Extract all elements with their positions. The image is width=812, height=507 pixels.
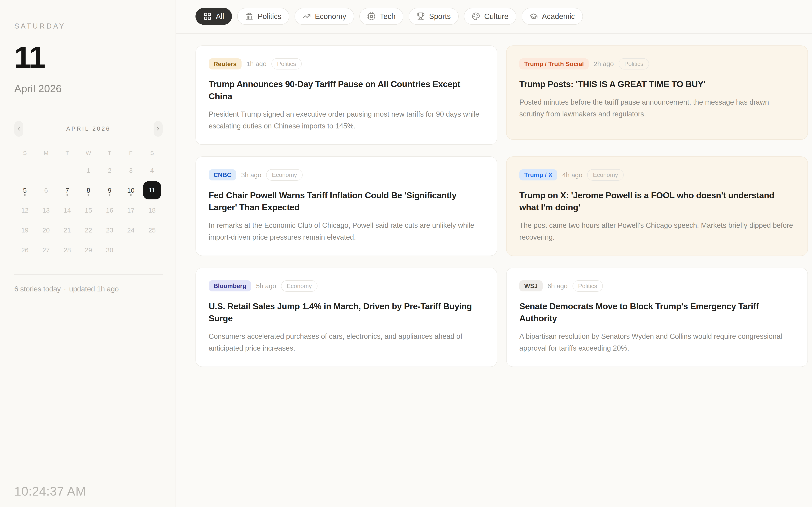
main-content: AllPoliticsEconomyTechSportsCultureAcade… [176,0,812,507]
calendar-day[interactable]: 27 [36,240,57,260]
updated-label: updated 1h ago [69,285,119,293]
category-pill: Economy [587,169,623,180]
calendar-day[interactable]: 5 [14,180,36,200]
news-card[interactable]: Trump / X4h agoEconomyTrump on X: 'Jerom… [506,156,808,256]
card-body: A bipartisan resolution by Senators Wyde… [519,331,795,354]
calendar-day[interactable]: 12 [14,200,36,220]
calendar-day[interactable]: 29 [78,240,99,260]
calendar-day-number: 9 [108,187,111,193]
filter-pill-politics[interactable]: Politics [237,8,289,25]
card-meta-row: Trump / Truth Social2h agoPolitics [519,58,795,69]
calendar-day[interactable]: 19 [14,220,36,240]
month-year-label: April 2026 [14,82,163,95]
filter-pill-label: Tech [380,12,396,21]
source-badge: Reuters [209,58,242,69]
calendar-day-number: 8 [87,187,90,193]
calendar-day-number: 30 [106,247,113,253]
calendar-day[interactable]: 7 [57,180,78,200]
calendar-empty-cell [14,160,36,180]
calendar-day[interactable]: 10 [120,180,142,200]
calendar-day-number: 14 [63,207,71,214]
source-badge: Trump / Truth Social [519,58,589,69]
category-pill: Politics [271,58,302,69]
calendar-day[interactable]: 18 [141,200,163,220]
event-dot [109,194,110,196]
news-card[interactable]: WSJ6h agoPoliticsSenate Democrats Move t… [506,268,808,367]
calendar-day[interactable]: 17 [120,200,142,220]
filter-pill-label: All [216,12,224,21]
calendar-day[interactable]: 8 [78,180,99,200]
landmark-icon [245,12,253,20]
selected-day-pill: 11 [143,181,161,200]
calendar-empty-cell [36,160,57,180]
timestamp: 5h ago [256,282,276,290]
calendar-day[interactable]: 14 [57,200,78,220]
calendar-day-number: 1 [87,167,90,174]
event-dot [88,194,89,196]
timestamp: 6h ago [548,282,568,290]
calendar-day[interactable]: 6 [36,180,57,200]
calendar-day-header: S [141,150,163,156]
filter-pill-economy[interactable]: Economy [295,8,354,25]
calendar-day-number: 2 [108,167,111,174]
filter-pill-label: Culture [484,12,508,21]
source-badge: Bloomberg [209,280,251,291]
calendar-day[interactable]: 26 [14,240,36,260]
card-title: Trump on X: 'Jerome Powell is a FOOL who… [519,189,795,214]
calendar-day[interactable]: 23 [99,220,120,240]
calendar-day[interactable]: 9 [99,180,120,200]
calendar-day-number: 20 [43,227,50,233]
calendar-day[interactable]: 1 [78,160,99,180]
card-body: The post came two hours after Powell's C… [519,220,795,243]
filter-pill-culture[interactable]: Culture [464,8,516,25]
calendar-day[interactable]: 20 [36,220,57,240]
news-card[interactable]: Bloomberg5h agoEconomyU.S. Retail Sales … [196,268,497,367]
calendar-day[interactable]: 13 [36,200,57,220]
calendar-prev-button[interactable] [14,121,23,137]
filter-pill-tech[interactable]: Tech [359,8,404,25]
news-card[interactable]: Reuters1h agoPoliticsTrump Announces 90-… [196,46,497,145]
filter-pill-label: Sports [429,12,451,21]
calendar-day-number: 28 [63,247,71,253]
trending-up-icon [302,12,311,20]
filter-pill-label: Academic [542,12,575,21]
calendar-day-number: 24 [127,227,135,233]
card-body: President Trump signed an executive orde… [209,108,484,132]
timestamp: 2h ago [594,60,614,68]
calendar-next-button[interactable] [154,121,163,137]
calendar-day[interactable]: 15 [78,200,99,220]
card-body: In remarks at the Economic Club of Chica… [209,220,484,243]
calendar-day[interactable]: 30 [99,240,120,260]
card-body: Posted minutes before the tariff pause a… [519,96,795,120]
calendar-empty-cell [57,160,78,180]
card-body: Consumers accelerated purchases of cars,… [209,331,484,354]
calendar-day[interactable]: 3 [120,160,142,180]
calendar-day[interactable]: 24 [120,220,142,240]
category-pill: Economy [281,280,317,292]
calendar-day[interactable]: 4 [141,160,163,180]
calendar-day[interactable]: 21 [57,220,78,240]
calendar-day[interactable]: 22 [78,220,99,240]
cpu-icon [367,12,375,20]
calendar-day-header: M [36,150,57,156]
filter-bar: AllPoliticsEconomyTechSportsCultureAcade… [196,8,808,25]
calendar-day[interactable]: 11 [141,180,163,200]
source-badge: CNBC [209,169,236,180]
calendar-day[interactable]: 25 [141,220,163,240]
filter-pill-sports[interactable]: Sports [409,8,459,25]
filter-pill-academic[interactable]: Academic [522,8,583,25]
calendar-day[interactable]: 28 [57,240,78,260]
news-card[interactable]: Trump / Truth Social2h agoPoliticsTrump … [506,46,808,140]
calendar-day[interactable]: 2 [99,160,120,180]
grid-icon [203,12,212,20]
filter-pill-all[interactable]: All [196,8,232,25]
calendar-day-number: 22 [85,227,92,233]
filter-pill-label: Economy [315,12,346,21]
filter-divider [176,34,812,34]
news-card[interactable]: CNBC3h agoEconomyFed Chair Powell Warns … [196,156,497,256]
trophy-icon [416,12,425,20]
card-meta-row: Trump / X4h agoEconomy [519,169,795,180]
card-title: Fed Chair Powell Warns Tariff Inflation … [209,189,484,214]
category-pill: Politics [572,280,603,292]
calendar-day[interactable]: 16 [99,200,120,220]
